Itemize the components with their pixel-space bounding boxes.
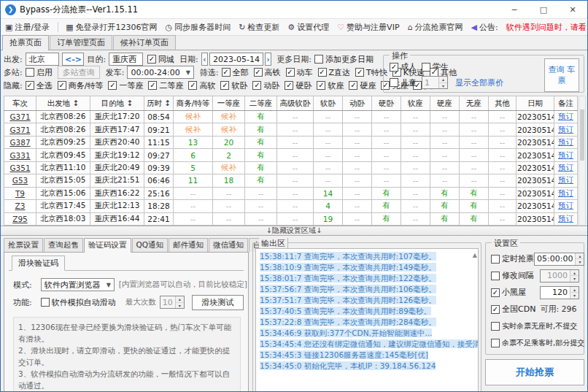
settings-tab-1[interactable]: 查询起售 — [44, 238, 83, 252]
settings-tab-5[interactable]: 微信通知 — [209, 238, 248, 252]
adult-checkbox[interactable]: 成人 — [390, 61, 417, 72]
book-link[interactable]: 预订 — [558, 188, 573, 197]
hide-check-6[interactable]: 动卧 — [252, 80, 279, 91]
book-link[interactable]: 预订 — [558, 150, 573, 159]
settings-tab-3[interactable]: QQ通知 — [132, 238, 169, 252]
page-tab-2[interactable]: 候补订单页面 — [113, 35, 176, 50]
prev-date-button[interactable]: ‹ — [201, 53, 208, 66]
filter-check-3[interactable]: Z直达 — [318, 67, 351, 78]
column-header[interactable]: 一等座 — [213, 96, 245, 111]
setting-spinner-1[interactable]: 1000 ▴▾ — [540, 269, 579, 283]
column-header[interactable]: 其他 — [489, 96, 517, 111]
column-header[interactable]: 动卧 — [343, 96, 372, 111]
query-tickets-button[interactable]: 查询 车票 — [544, 58, 579, 92]
column-header[interactable]: 目的地 ↕ — [90, 96, 144, 111]
child-checkbox[interactable]: 儿童 — [390, 77, 417, 88]
book-link[interactable]: 预订 — [558, 175, 573, 184]
hide-check-4[interactable]: 高软 — [188, 80, 215, 91]
maximize-button[interactable]: □ — [529, 1, 558, 18]
book-link[interactable]: 预订 — [558, 163, 573, 172]
hide-check-9[interactable]: 硬座 — [349, 80, 376, 91]
multi-station-query-button[interactable]: 多站查询 — [58, 66, 100, 79]
spinner-arrows[interactable]: ▴▾ — [570, 270, 579, 282]
column-header[interactable]: 历时 ↕ — [144, 96, 174, 111]
train-number-link[interactable]: G371 — [9, 112, 30, 121]
column-header[interactable]: 车次 — [4, 96, 36, 111]
column-header[interactable]: 硬座 — [430, 96, 460, 111]
setting-spinner-2[interactable]: 120 ▴▾ — [540, 286, 579, 299]
hide-check-5[interactable]: 软卧 — [220, 80, 247, 91]
output-log[interactable]: 15:38:11:7 查询完毕，本次查询共用时:107毫秒。15:38:10:9… — [255, 248, 479, 392]
column-header[interactable]: 高级软卧 — [277, 96, 314, 111]
toolbar-item[interactable]: ▣ 注册/登录 — [5, 22, 50, 33]
train-number-link[interactable]: G351 — [9, 164, 30, 172]
column-header[interactable]: 出发地 ↕ — [36, 96, 90, 111]
auto-slide-checkbox[interactable]: 软件模拟自动滑动 — [41, 297, 116, 308]
scrollbar-thumb[interactable] — [580, 109, 584, 161]
page-tab-1[interactable]: 订单管理页面 — [50, 35, 112, 50]
scroll-up-icon[interactable]: ▲ — [473, 252, 477, 258]
spinner-arrows[interactable]: ▴▾ — [575, 253, 584, 265]
filter-check-1[interactable]: 高铁 — [254, 67, 281, 78]
filter-check-0[interactable]: 全部 — [222, 67, 249, 78]
child-count-spinner[interactable]: 1 ▴▾ — [422, 76, 448, 89]
train-number-link[interactable]: G331 — [9, 151, 30, 160]
book-link[interactable]: 预订 — [558, 112, 573, 120]
dest-station-input[interactable]: 重庆西 — [109, 53, 143, 66]
slider-test-button[interactable]: 滑块测试 — [192, 295, 244, 310]
depart-time-dropdown[interactable]: 00:00-24:00 ▼ — [127, 66, 193, 79]
settings-tab-0[interactable]: 抢票设置 — [4, 238, 43, 252]
book-link[interactable]: 预订 — [558, 137, 573, 146]
hide-check-1[interactable]: 商务/特等 — [58, 80, 104, 91]
setting-checkbox-0[interactable]: 定时抢票 — [491, 253, 534, 264]
filter-check-2[interactable]: 动车 — [286, 67, 313, 78]
student-checkbox[interactable]: 学生 — [422, 61, 449, 72]
toolbar-item[interactable]: ♡ 赞助与注册VIP — [337, 22, 399, 33]
train-number-link[interactable]: Z3 — [15, 201, 26, 210]
hide-settings-collapse-bar[interactable]: ↓隐藏设置区域↓ — [1, 226, 587, 236]
captcha-mode-dropdown[interactable]: 软件内置浏览器 ▼ — [41, 278, 115, 291]
setting-checkbox-3[interactable]: 全国CDN — [491, 304, 535, 315]
train-number-link[interactable]: G53 — [12, 176, 28, 185]
hide-check-8[interactable]: 软座 — [317, 80, 344, 91]
close-button[interactable]: ✕ — [558, 1, 587, 18]
setting-checkbox-4[interactable]: 实时余票无座时,不提交 — [491, 321, 577, 331]
column-header[interactable]: 软座 — [401, 96, 430, 111]
settings-tab-2[interactable]: 验证码设置 — [84, 238, 131, 253]
column-header[interactable]: 商务/特等 — [174, 96, 213, 111]
start-grabbing-button[interactable]: 开始抢票 — [485, 359, 584, 385]
minimize-button[interactable]: ─ — [500, 1, 529, 18]
same-city-checkbox[interactable]: 同城 — [147, 54, 174, 65]
max-times-spinner[interactable]: 10 ▴▾ — [160, 296, 185, 309]
hide-check-2[interactable]: 一等座 — [108, 80, 143, 91]
depart-station-input[interactable]: 北京 — [26, 53, 60, 66]
setting-spinner-0[interactable]: 05:00:00 ▴▾ — [534, 253, 584, 266]
toolbar-item[interactable]: ◷ 同步服务器时间 — [166, 22, 231, 33]
train-number-link[interactable]: Z95 — [12, 215, 28, 223]
toolbar-item[interactable]: ⌂ 分流抢票官网 — [408, 22, 463, 33]
hide-check-7[interactable]: 硬卧 — [285, 80, 312, 91]
book-link[interactable]: 预订 — [558, 125, 573, 134]
column-header[interactable]: 硬卧 — [372, 96, 401, 111]
add-more-dates-checkbox[interactable]: 添加更多日期 — [314, 54, 374, 65]
show-all-fares-link[interactable]: 显示全部票价 — [455, 77, 503, 88]
column-header[interactable]: 二等座 — [245, 96, 277, 111]
multi-enable-checkbox[interactable]: 启用 — [26, 67, 53, 78]
toolbar-item[interactable]: ◀ 公告: — [471, 22, 498, 33]
slider-captcha-tab[interactable]: 滑块验证码 — [12, 255, 65, 271]
spinner-arrows[interactable]: ▴▾ — [570, 287, 579, 299]
date-input[interactable]: 2023-05-14 — [209, 53, 263, 66]
train-number-link[interactable]: G371 — [9, 126, 30, 134]
spinner-arrows[interactable]: ▴▾ — [175, 296, 184, 308]
column-header[interactable]: 日期 — [517, 96, 554, 111]
table-scrollbar[interactable] — [579, 96, 586, 226]
page-tab-0[interactable]: 抢票页面 — [2, 35, 49, 50]
book-link[interactable]: 预订 — [558, 214, 573, 223]
column-header[interactable]: 无座 — [460, 96, 489, 111]
toolbar-item[interactable]: ⚙ 设置代理 — [287, 22, 329, 33]
swap-stations-button[interactable]: <-> — [62, 53, 84, 66]
setting-checkbox-1[interactable]: 修改间隔 — [491, 270, 534, 281]
column-header[interactable]: 备注 — [554, 96, 578, 111]
spinner-arrows[interactable]: ▴▾ — [438, 77, 447, 88]
train-number-link[interactable]: T9 — [15, 189, 25, 198]
